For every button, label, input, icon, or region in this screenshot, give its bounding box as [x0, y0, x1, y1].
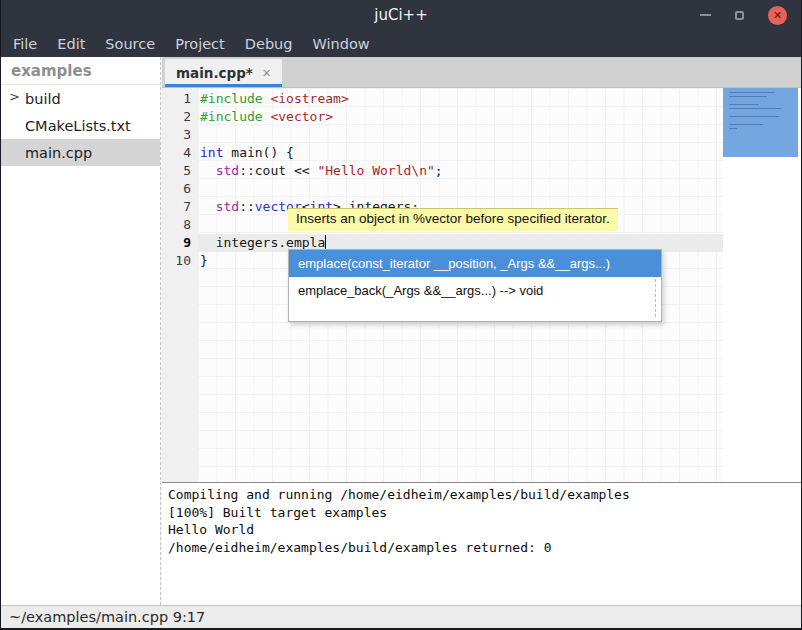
- minimap-code-line: [729, 128, 737, 129]
- restore-icon[interactable]: [735, 11, 744, 20]
- line-number-gutter: 12345678910: [162, 88, 198, 482]
- code-line: std::cout << "Hello World\n";: [198, 162, 723, 180]
- menu-item-debug[interactable]: Debug: [235, 33, 303, 55]
- code-token: int: [200, 145, 223, 160]
- sidebar-item-label: main.cpp: [1, 145, 92, 161]
- sidebar-item-build[interactable]: >build: [1, 85, 160, 112]
- minimap-code-line: [729, 108, 781, 109]
- line-number: 10: [162, 252, 198, 270]
- code-token: }: [200, 253, 208, 268]
- status-bar: ~/examples/main.cpp 9:17: [1, 605, 801, 628]
- line-number: 7: [162, 198, 198, 216]
- active-tab-indicator: [165, 84, 282, 87]
- terminal-line: [100%] Built target examples: [168, 504, 795, 522]
- file-tree: >buildCMakeLists.txtmain.cpp: [1, 85, 160, 166]
- main-body: examples >buildCMakeLists.txtmain.cpp ma…: [1, 57, 801, 605]
- completion-item[interactable]: emplace(const_iterator __position, _Args…: [289, 250, 661, 277]
- code-line: #include <iostream>: [198, 90, 723, 108]
- terminal-line: Hello World: [168, 521, 795, 539]
- menu-item-window[interactable]: Window: [302, 33, 379, 55]
- tab-close-icon[interactable]: ✕: [262, 67, 271, 80]
- line-number: 6: [162, 180, 198, 198]
- minimap-code-line: [729, 96, 767, 97]
- menu-item-source[interactable]: Source: [95, 33, 165, 55]
- editor-column: main.cpp* ✕ 12345678910 #include <iostre…: [162, 57, 801, 605]
- code-token: #include: [200, 91, 263, 106]
- code-token: "Hello World\n": [317, 163, 434, 178]
- code-line: int main() {: [198, 144, 723, 162]
- sidebar-item-main.cpp[interactable]: main.cpp: [1, 139, 160, 166]
- sidebar-item-cmakelists.txt[interactable]: CMakeLists.txt: [1, 112, 160, 139]
- tab-label: main.cpp*: [176, 65, 253, 81]
- minimap-code-line: [729, 104, 759, 105]
- line-number: 4: [162, 144, 198, 162]
- sidebar-item-label: CMakeLists.txt: [1, 118, 131, 134]
- terminal-line: /home/eidheim/examples/build/examples re…: [168, 539, 795, 557]
- close-icon[interactable]: ✕: [768, 6, 787, 25]
- code-token: <iostream>: [270, 91, 348, 106]
- code-lines: #include <iostream>#include <vector>int …: [198, 88, 723, 270]
- minimap-code-line: [729, 124, 763, 125]
- tab-main-cpp[interactable]: main.cpp* ✕: [165, 59, 282, 87]
- text-cursor: [325, 235, 326, 250]
- titlebar[interactable]: juCi++ ✕: [1, 0, 801, 30]
- code-token: [200, 163, 216, 178]
- code-token: <vector>: [270, 109, 333, 124]
- code-token: #include: [200, 109, 263, 124]
- minimap-code-line: [729, 92, 775, 93]
- completion-item[interactable]: emplace_back(_Args &&__args...) --> void: [289, 277, 661, 304]
- code-line: [198, 126, 723, 144]
- code-token: main() {: [223, 145, 293, 160]
- tab-bar: main.cpp* ✕: [162, 57, 801, 88]
- popup-scrollbar[interactable]: [655, 279, 656, 317]
- menubar: FileEditSourceProjectDebugWindow: [1, 30, 801, 57]
- line-number: 8: [162, 216, 198, 234]
- minimap-code-line: [729, 116, 779, 117]
- completion-tooltip: Inserts an object in %vector before spec…: [288, 208, 618, 231]
- code-token: ::cout <<: [239, 163, 317, 178]
- project-name: examples: [1, 57, 160, 85]
- build-output-terminal[interactable]: Compiling and running /home/eidheim/exam…: [162, 482, 801, 605]
- code-token: [200, 199, 216, 214]
- app-window: juCi++ ✕ FileEditSourceProjectDebugWindo…: [0, 0, 802, 630]
- status-file-position: ~/examples/main.cpp 9:17: [9, 609, 205, 625]
- window-title: juCi++: [1, 6, 801, 24]
- menu-item-edit[interactable]: Edit: [47, 33, 95, 55]
- code-token: integers.empla: [200, 235, 325, 250]
- minimap-slider[interactable]: [723, 88, 798, 157]
- line-number: 2: [162, 108, 198, 126]
- completion-popup: emplace(const_iterator __position, _Args…: [288, 249, 662, 322]
- line-number: 5: [162, 162, 198, 180]
- code-token: ;: [435, 163, 443, 178]
- minimize-icon[interactable]: [700, 14, 711, 16]
- code-line: [198, 180, 723, 198]
- minimap: [723, 88, 801, 482]
- window-controls: ✕: [700, 6, 801, 25]
- chevron-right-icon[interactable]: >: [9, 89, 20, 104]
- code-token: std: [216, 163, 239, 178]
- line-number: 3: [162, 126, 198, 144]
- code-editor[interactable]: 12345678910 #include <iostream>#include …: [162, 88, 801, 482]
- menu-item-file[interactable]: File: [3, 33, 47, 55]
- terminal-line: Compiling and running /home/eidheim/exam…: [168, 486, 795, 504]
- line-number: 9: [162, 234, 198, 252]
- code-token: std: [216, 199, 239, 214]
- code-token: ::: [239, 199, 255, 214]
- code-line: #include <vector>: [198, 108, 723, 126]
- file-tree-panel: examples >buildCMakeLists.txtmain.cpp: [1, 57, 160, 605]
- line-number: 1: [162, 90, 198, 108]
- menu-item-project[interactable]: Project: [165, 33, 235, 55]
